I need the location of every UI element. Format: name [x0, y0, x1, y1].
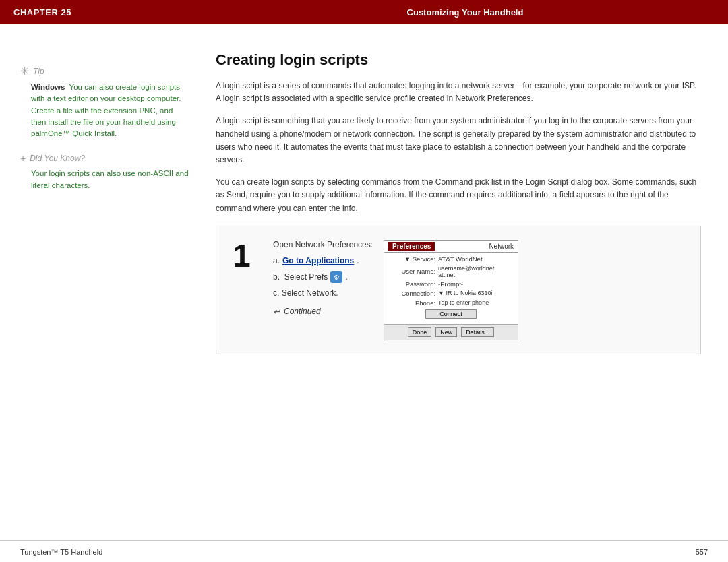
dyk-header: + Did You Know?	[20, 153, 189, 164]
content-area: Creating login scripts A login script is…	[202, 38, 728, 540]
prefs-icon	[330, 271, 342, 283]
tip-windows-bold: Windows	[31, 83, 65, 91]
network-prefs-panel: Preferences Network ▼ Service: AT&T Worl…	[384, 240, 518, 340]
step-b-period: .	[345, 272, 347, 282]
continued-arrow-icon: ↵	[273, 306, 281, 317]
chapter-label: CHAPTER 25	[13, 7, 216, 18]
paragraph-3: You can create login scripts by selectin…	[216, 176, 701, 215]
dyk-content: Your login scripts can also use non-ASCI…	[20, 168, 189, 191]
header: CHAPTER 25 Customizing Your Handheld	[0, 0, 728, 24]
did-you-know-section: + Did You Know? Your login scripts can a…	[20, 153, 189, 191]
tip-content: Windows You can also create login script…	[20, 82, 189, 139]
step-box: 1 Open Network Preferences: a. Go to App…	[216, 226, 701, 354]
main-layout: ✳ Tip Windows You can also create login …	[0, 24, 728, 540]
network-label: Network	[489, 243, 514, 250]
step-b: b. Select Prefs .	[273, 271, 373, 283]
step-columns: Open Network Preferences: a. Go to Appli…	[273, 240, 518, 340]
net-prefs-body: ▼ Service: AT&T WorldNet User Name: user…	[384, 253, 518, 324]
step-number: 1	[233, 240, 260, 340]
connection-row: Connection: ▼ IR to Nokia 6310i	[388, 290, 514, 297]
dyk-label: Did You Know?	[30, 154, 85, 163]
service-value: AT&T WorldNet	[438, 255, 482, 263]
step-open-instruction: Open Network Preferences:	[273, 240, 373, 249]
preferences-tab: Preferences	[388, 242, 435, 251]
phone-row: Phone: Tap to enter phone	[388, 299, 514, 307]
password-value: -Prompt-	[438, 280, 463, 288]
footer-left-text: Tungsten™ T5 Handheld	[20, 548, 102, 556]
step-a-suffix: .	[357, 256, 359, 266]
page-title: Creating login scripts	[216, 51, 701, 69]
done-button[interactable]: Done	[408, 327, 432, 337]
tip-star-icon: ✳	[20, 65, 29, 77]
net-prefs-header: Preferences Network	[384, 241, 518, 253]
net-prefs-footer: Done New Details...	[384, 324, 518, 340]
step-a-prefix: a.	[273, 256, 280, 266]
username-label: User Name:	[388, 268, 435, 275]
paragraph-2: A login script is something that you are…	[216, 115, 701, 166]
new-button[interactable]: New	[435, 327, 457, 337]
paragraph-1: A login script is a series of commands t…	[216, 80, 701, 105]
tip-section: ✳ Tip Windows You can also create login …	[20, 65, 189, 139]
continued-text: Continued	[284, 307, 321, 316]
connect-button[interactable]: Connect	[425, 309, 477, 319]
tip-text: You can also create login scripts with a…	[31, 83, 181, 137]
password-row: Password: -Prompt-	[388, 280, 514, 288]
service-row: ▼ Service: AT&T WorldNet	[388, 255, 514, 263]
connection-value: ▼ IR to Nokia 6310i	[438, 290, 492, 296]
connection-label: Connection:	[388, 290, 435, 297]
footer-page-number: 557	[696, 548, 708, 556]
phone-value: Tap to enter phone	[438, 299, 489, 306]
continued-label: ↵ Continued	[273, 306, 373, 317]
step-c: c. Select Network.	[273, 288, 373, 298]
go-to-applications-link[interactable]: Go to Applications	[282, 256, 354, 266]
footer: Tungsten™ T5 Handheld 557	[0, 540, 728, 562]
details-button[interactable]: Details...	[461, 327, 494, 337]
username-value: username@worldnet. att.net	[438, 265, 514, 278]
phone-label: Phone:	[388, 299, 435, 307]
sidebar: ✳ Tip Windows You can also create login …	[0, 38, 202, 540]
password-label: Password:	[388, 280, 435, 288]
plus-icon: +	[20, 153, 26, 164]
tip-label: Tip	[33, 67, 44, 76]
chapter-title: Customizing Your Handheld	[216, 7, 715, 18]
step-b-text: b. Select Prefs	[273, 272, 328, 282]
service-label: ▼ Service:	[388, 255, 435, 263]
tip-header: ✳ Tip	[20, 65, 189, 77]
step-instructions: Open Network Preferences: a. Go to Appli…	[273, 240, 373, 340]
footer-product-name: Tungsten™ T5 Handheld	[20, 548, 102, 556]
username-row: User Name: username@worldnet. att.net	[388, 265, 514, 278]
step-a: a. Go to Applications.	[273, 256, 373, 266]
